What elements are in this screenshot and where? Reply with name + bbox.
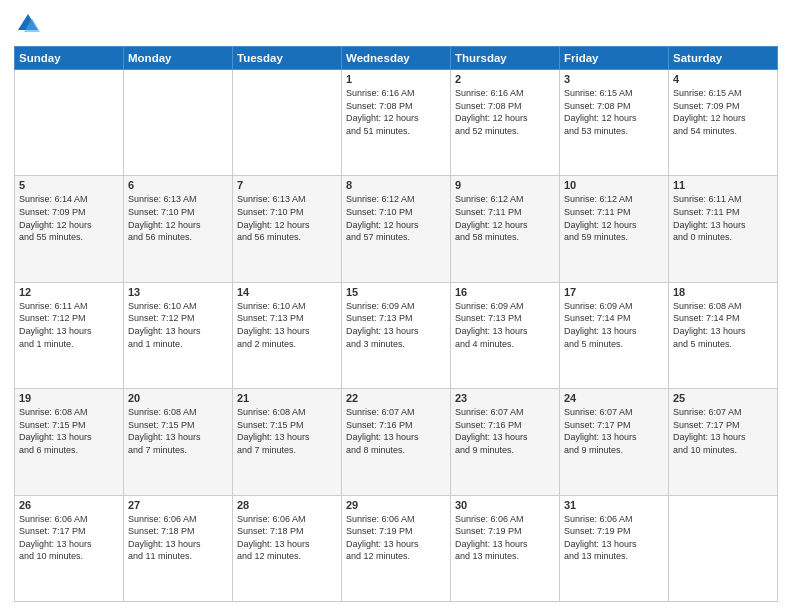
day-info: Sunrise: 6:08 AM Sunset: 7:14 PM Dayligh…: [673, 300, 773, 350]
calendar-cell: [15, 70, 124, 176]
calendar-cell: [124, 70, 233, 176]
day-number: 27: [128, 499, 228, 511]
day-info: Sunrise: 6:06 AM Sunset: 7:17 PM Dayligh…: [19, 513, 119, 563]
day-number: 11: [673, 179, 773, 191]
calendar-cell: 11Sunrise: 6:11 AM Sunset: 7:11 PM Dayli…: [669, 176, 778, 282]
day-number: 21: [237, 392, 337, 404]
calendar-cell: 1Sunrise: 6:16 AM Sunset: 7:08 PM Daylig…: [342, 70, 451, 176]
day-info: Sunrise: 6:06 AM Sunset: 7:18 PM Dayligh…: [128, 513, 228, 563]
day-info: Sunrise: 6:14 AM Sunset: 7:09 PM Dayligh…: [19, 193, 119, 243]
day-info: Sunrise: 6:16 AM Sunset: 7:08 PM Dayligh…: [455, 87, 555, 137]
calendar-cell: 15Sunrise: 6:09 AM Sunset: 7:13 PM Dayli…: [342, 282, 451, 388]
day-number: 9: [455, 179, 555, 191]
calendar-day-header: Friday: [560, 47, 669, 70]
calendar-day-header: Sunday: [15, 47, 124, 70]
calendar-cell: 14Sunrise: 6:10 AM Sunset: 7:13 PM Dayli…: [233, 282, 342, 388]
day-number: 5: [19, 179, 119, 191]
day-info: Sunrise: 6:08 AM Sunset: 7:15 PM Dayligh…: [19, 406, 119, 456]
header: [14, 10, 778, 38]
day-number: 30: [455, 499, 555, 511]
day-number: 13: [128, 286, 228, 298]
calendar-cell: 4Sunrise: 6:15 AM Sunset: 7:09 PM Daylig…: [669, 70, 778, 176]
day-info: Sunrise: 6:07 AM Sunset: 7:17 PM Dayligh…: [673, 406, 773, 456]
day-info: Sunrise: 6:08 AM Sunset: 7:15 PM Dayligh…: [128, 406, 228, 456]
day-number: 2: [455, 73, 555, 85]
day-info: Sunrise: 6:07 AM Sunset: 7:17 PM Dayligh…: [564, 406, 664, 456]
day-number: 6: [128, 179, 228, 191]
day-number: 31: [564, 499, 664, 511]
day-info: Sunrise: 6:10 AM Sunset: 7:13 PM Dayligh…: [237, 300, 337, 350]
day-info: Sunrise: 6:11 AM Sunset: 7:12 PM Dayligh…: [19, 300, 119, 350]
calendar-day-header: Saturday: [669, 47, 778, 70]
calendar-cell: 29Sunrise: 6:06 AM Sunset: 7:19 PM Dayli…: [342, 495, 451, 601]
day-number: 17: [564, 286, 664, 298]
calendar-cell: 25Sunrise: 6:07 AM Sunset: 7:17 PM Dayli…: [669, 389, 778, 495]
calendar-cell: 8Sunrise: 6:12 AM Sunset: 7:10 PM Daylig…: [342, 176, 451, 282]
day-number: 24: [564, 392, 664, 404]
calendar-cell: 19Sunrise: 6:08 AM Sunset: 7:15 PM Dayli…: [15, 389, 124, 495]
calendar-cell: 12Sunrise: 6:11 AM Sunset: 7:12 PM Dayli…: [15, 282, 124, 388]
day-number: 18: [673, 286, 773, 298]
day-number: 14: [237, 286, 337, 298]
logo: [14, 10, 46, 38]
calendar-cell: 23Sunrise: 6:07 AM Sunset: 7:16 PM Dayli…: [451, 389, 560, 495]
day-info: Sunrise: 6:06 AM Sunset: 7:18 PM Dayligh…: [237, 513, 337, 563]
calendar-cell: 24Sunrise: 6:07 AM Sunset: 7:17 PM Dayli…: [560, 389, 669, 495]
day-info: Sunrise: 6:12 AM Sunset: 7:11 PM Dayligh…: [455, 193, 555, 243]
calendar-week-row: 1Sunrise: 6:16 AM Sunset: 7:08 PM Daylig…: [15, 70, 778, 176]
day-info: Sunrise: 6:16 AM Sunset: 7:08 PM Dayligh…: [346, 87, 446, 137]
logo-icon: [14, 10, 42, 38]
calendar-cell: 22Sunrise: 6:07 AM Sunset: 7:16 PM Dayli…: [342, 389, 451, 495]
calendar-cell: 16Sunrise: 6:09 AM Sunset: 7:13 PM Dayli…: [451, 282, 560, 388]
calendar-cell: 2Sunrise: 6:16 AM Sunset: 7:08 PM Daylig…: [451, 70, 560, 176]
page: SundayMondayTuesdayWednesdayThursdayFrid…: [0, 0, 792, 612]
day-number: 3: [564, 73, 664, 85]
calendar-cell: [669, 495, 778, 601]
calendar-cell: 18Sunrise: 6:08 AM Sunset: 7:14 PM Dayli…: [669, 282, 778, 388]
day-number: 29: [346, 499, 446, 511]
day-info: Sunrise: 6:12 AM Sunset: 7:10 PM Dayligh…: [346, 193, 446, 243]
day-info: Sunrise: 6:07 AM Sunset: 7:16 PM Dayligh…: [455, 406, 555, 456]
calendar-week-row: 26Sunrise: 6:06 AM Sunset: 7:17 PM Dayli…: [15, 495, 778, 601]
day-info: Sunrise: 6:15 AM Sunset: 7:08 PM Dayligh…: [564, 87, 664, 137]
day-info: Sunrise: 6:06 AM Sunset: 7:19 PM Dayligh…: [455, 513, 555, 563]
day-info: Sunrise: 6:11 AM Sunset: 7:11 PM Dayligh…: [673, 193, 773, 243]
calendar-week-row: 5Sunrise: 6:14 AM Sunset: 7:09 PM Daylig…: [15, 176, 778, 282]
calendar-day-header: Monday: [124, 47, 233, 70]
day-number: 19: [19, 392, 119, 404]
day-number: 15: [346, 286, 446, 298]
day-number: 22: [346, 392, 446, 404]
day-info: Sunrise: 6:07 AM Sunset: 7:16 PM Dayligh…: [346, 406, 446, 456]
calendar-cell: 28Sunrise: 6:06 AM Sunset: 7:18 PM Dayli…: [233, 495, 342, 601]
calendar-day-header: Thursday: [451, 47, 560, 70]
day-info: Sunrise: 6:13 AM Sunset: 7:10 PM Dayligh…: [128, 193, 228, 243]
day-info: Sunrise: 6:06 AM Sunset: 7:19 PM Dayligh…: [564, 513, 664, 563]
day-number: 7: [237, 179, 337, 191]
day-info: Sunrise: 6:12 AM Sunset: 7:11 PM Dayligh…: [564, 193, 664, 243]
day-number: 20: [128, 392, 228, 404]
day-number: 16: [455, 286, 555, 298]
calendar-cell: 6Sunrise: 6:13 AM Sunset: 7:10 PM Daylig…: [124, 176, 233, 282]
calendar-cell: 31Sunrise: 6:06 AM Sunset: 7:19 PM Dayli…: [560, 495, 669, 601]
calendar-cell: 21Sunrise: 6:08 AM Sunset: 7:15 PM Dayli…: [233, 389, 342, 495]
day-number: 26: [19, 499, 119, 511]
calendar-cell: [233, 70, 342, 176]
day-info: Sunrise: 6:15 AM Sunset: 7:09 PM Dayligh…: [673, 87, 773, 137]
calendar-week-row: 19Sunrise: 6:08 AM Sunset: 7:15 PM Dayli…: [15, 389, 778, 495]
day-number: 1: [346, 73, 446, 85]
calendar-cell: 26Sunrise: 6:06 AM Sunset: 7:17 PM Dayli…: [15, 495, 124, 601]
day-number: 12: [19, 286, 119, 298]
day-number: 25: [673, 392, 773, 404]
calendar-table: SundayMondayTuesdayWednesdayThursdayFrid…: [14, 46, 778, 602]
day-number: 8: [346, 179, 446, 191]
calendar-cell: 3Sunrise: 6:15 AM Sunset: 7:08 PM Daylig…: [560, 70, 669, 176]
day-info: Sunrise: 6:13 AM Sunset: 7:10 PM Dayligh…: [237, 193, 337, 243]
calendar-cell: 10Sunrise: 6:12 AM Sunset: 7:11 PM Dayli…: [560, 176, 669, 282]
day-info: Sunrise: 6:09 AM Sunset: 7:13 PM Dayligh…: [346, 300, 446, 350]
calendar-week-row: 12Sunrise: 6:11 AM Sunset: 7:12 PM Dayli…: [15, 282, 778, 388]
calendar-cell: 30Sunrise: 6:06 AM Sunset: 7:19 PM Dayli…: [451, 495, 560, 601]
calendar-cell: 17Sunrise: 6:09 AM Sunset: 7:14 PM Dayli…: [560, 282, 669, 388]
day-info: Sunrise: 6:10 AM Sunset: 7:12 PM Dayligh…: [128, 300, 228, 350]
calendar-cell: 27Sunrise: 6:06 AM Sunset: 7:18 PM Dayli…: [124, 495, 233, 601]
day-number: 23: [455, 392, 555, 404]
